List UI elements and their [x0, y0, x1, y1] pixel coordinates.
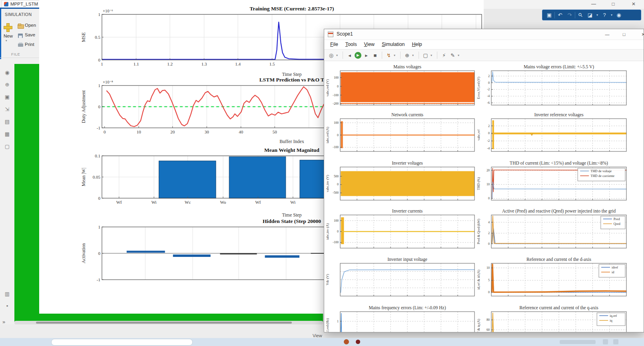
- print-icon[interactable]: [18, 44, 23, 47]
- layers-icon[interactable]: ▥: [3, 290, 11, 298]
- chevron-down-icon[interactable]: ▾: [595, 13, 599, 17]
- svg-text:vabc,red (V): vabc,red (V): [325, 79, 329, 96]
- svg-text:×10⁻⁸: ×10⁻⁸: [103, 80, 113, 84]
- print-button[interactable]: Print: [25, 42, 34, 47]
- chevron-down-icon[interactable]: ▾: [610, 13, 614, 17]
- chevron-down-icon[interactable]: ▾: [6, 39, 7, 42]
- play-icon[interactable]: ▶: [355, 52, 361, 59]
- taskbar-tray[interactable]: [560, 340, 596, 344]
- svg-text:0: 0: [104, 129, 106, 134]
- undo-icon[interactable]: ↶: [556, 12, 564, 18]
- svg-text:0.5: 0.5: [95, 35, 100, 40]
- svg-text:10: 10: [137, 129, 142, 134]
- shade-icon[interactable]: ▦: [3, 130, 11, 138]
- rewind-icon[interactable]: ◂: [346, 52, 353, 59]
- scope-plot-inverter-input-voltage: Inverter input voltageVdc (V): [325, 255, 478, 298]
- zoom-in-icon[interactable]: ⊕: [3, 81, 11, 89]
- svg-text:×10⁻⁶: ×10⁻⁶: [103, 9, 113, 13]
- zoom-icon[interactable]: ⊕: [403, 52, 411, 59]
- scope-plot-inverter-currents: 1000-100Inverter currentsiabc,inv (A): [325, 207, 478, 250]
- svg-text:Mains voltage errors (Limit: +: Mains voltage errors (Limit: +/-5.5 V): [524, 64, 594, 70]
- menu-file[interactable]: File: [327, 42, 342, 47]
- taskbar-app-icon[interactable]: [344, 339, 349, 344]
- svg-text:vabc,inv (V): vabc,inv (V): [325, 175, 329, 192]
- search-icon[interactable]: ⚲: [575, 10, 586, 20]
- block-icon[interactable]: ▪: [3, 302, 11, 310]
- file-group-label: FILE: [11, 52, 20, 56]
- view-status-label: View: [313, 333, 322, 338]
- horizontal-scrollbar[interactable]: [14, 321, 323, 324]
- menu-view[interactable]: View: [361, 42, 378, 47]
- snapshot-icon[interactable]: ◪: [586, 12, 594, 18]
- new-button[interactable]: New: [4, 34, 13, 38]
- scope-app-icon: [328, 32, 333, 37]
- svg-text:-4: -4: [487, 94, 490, 98]
- step-forward-icon[interactable]: ▸: [363, 52, 370, 59]
- forward-icon[interactable]: ⇲: [3, 105, 11, 113]
- span-icon[interactable]: ▢: [422, 52, 429, 59]
- measurements-icon[interactable]: ✎: [449, 52, 457, 59]
- chevron-down-icon[interactable]: ▾: [458, 54, 461, 57]
- save-button[interactable]: Save: [25, 32, 35, 37]
- open-button[interactable]: Open: [25, 23, 36, 28]
- help-icon[interactable]: ?: [600, 12, 609, 18]
- signal-icon[interactable]: ⚡: [440, 52, 448, 59]
- toolbar-separator: [343, 52, 343, 59]
- svg-text:MSE: MSE: [81, 32, 86, 42]
- save-floppy-icon[interactable]: [18, 34, 23, 38]
- scrollbar-thumb[interactable]: [36, 322, 292, 324]
- menu-simulation[interactable]: Simulation: [378, 42, 408, 47]
- svg-text:1: 1: [98, 12, 101, 17]
- close-button[interactable]: ✕: [627, 0, 640, 8]
- fit-view-icon[interactable]: ▣: [3, 93, 11, 101]
- expand-chevron-icon[interactable]: »: [2, 319, 5, 325]
- svg-text:4: 4: [488, 221, 490, 224]
- taskbar-app-icon[interactable]: [356, 340, 360, 344]
- settings-icon[interactable]: ◎: [327, 52, 335, 59]
- hand-icon[interactable]: ◉: [3, 69, 11, 77]
- open-folder-icon[interactable]: [18, 24, 24, 29]
- doc-tab-mppt-lstm[interactable]: MPPT_LSTM *: [2, 0, 43, 8]
- stop-icon[interactable]: ■: [371, 52, 379, 59]
- menu-tools[interactable]: Tools: [342, 42, 361, 47]
- taskbar-tray-icon[interactable]: [603, 339, 608, 344]
- scope-plot-inverter-reference-voltages: 20-2-4Inverter reference voltagesvabc,re…: [476, 111, 630, 153]
- scope-menubar: File Tools View Simulation Help: [324, 40, 644, 49]
- chevron-down-icon[interactable]: ▾: [412, 54, 416, 57]
- taskbar-tray-icon[interactable]: [613, 339, 618, 344]
- svg-text:0: 0: [337, 85, 339, 88]
- save-icon[interactable]: ▣: [545, 12, 554, 18]
- tab-simulation[interactable]: SIMULATION: [5, 12, 32, 17]
- svg-text:Wi: Wi: [152, 200, 157, 205]
- new-plus-icon[interactable]: [4, 23, 12, 32]
- svg-text:Wc: Wc: [185, 200, 191, 205]
- maximize-button[interactable]: □: [606, 0, 620, 8]
- maximize-button[interactable]: □: [616, 29, 632, 40]
- svg-text:Buffer Index: Buffer Index: [279, 139, 304, 144]
- scope-titlebar[interactable]: Scope1 — □ ✕: [324, 29, 644, 40]
- svg-text:Error,Vf,red (V): Error,Vf,red (V): [477, 77, 481, 99]
- scope-plot-mains-voltages: 1000-100-200Mains voltagesvabc,red (V): [325, 63, 478, 107]
- trigger-icon[interactable]: ↯: [385, 52, 393, 59]
- minimize-button[interactable]: —: [599, 29, 615, 40]
- svg-text:Duty Adjustment: Duty Adjustment: [81, 90, 86, 123]
- chevron-down-icon[interactable]: ▾: [336, 54, 340, 57]
- close-button[interactable]: ✕: [635, 29, 644, 40]
- chevron-down-icon[interactable]: ▾: [394, 54, 397, 57]
- scope-plot-thd: 20100THD of current (Lim: <15%) and volt…: [476, 159, 630, 202]
- svg-text:THD de voltaje: THD de voltaje: [590, 169, 612, 173]
- taskbar-search-input[interactable]: [51, 339, 193, 346]
- svg-text:0: 0: [98, 196, 101, 201]
- svg-text:id,ref & id (A): id,ref & id (A): [477, 270, 481, 290]
- community-icon[interactable]: ◉: [614, 12, 623, 18]
- chevron-down-icon[interactable]: ▾: [431, 54, 434, 57]
- redo-icon[interactable]: ↷: [565, 12, 574, 18]
- svg-text:idref: idref: [612, 265, 618, 269]
- taskbar: [0, 338, 644, 346]
- menu-help[interactable]: Help: [408, 42, 425, 47]
- box-icon[interactable]: ▢: [3, 143, 11, 151]
- image-icon[interactable]: ▤: [3, 118, 11, 126]
- svg-text:1.4: 1.4: [235, 62, 241, 66]
- minimize-button[interactable]: —: [587, 0, 600, 8]
- svg-text:2: 2: [488, 124, 490, 128]
